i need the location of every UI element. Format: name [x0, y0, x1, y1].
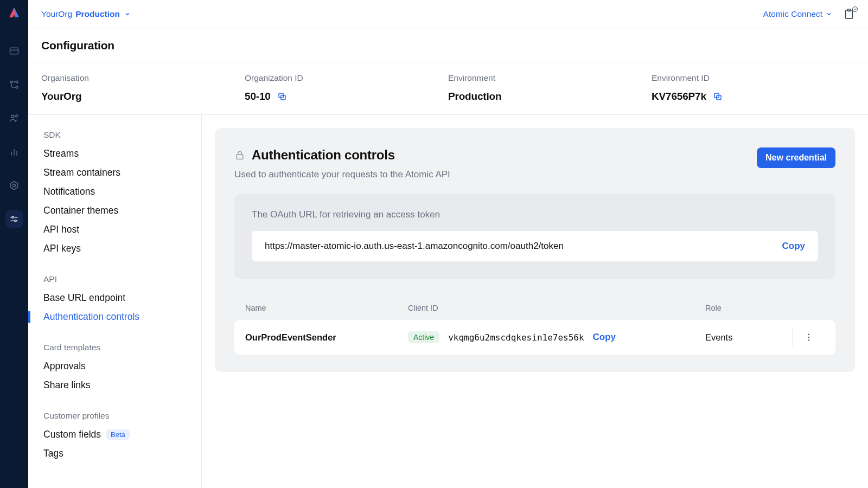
status-badge: Active — [408, 331, 439, 343]
nav-group-label: API — [43, 274, 193, 284]
sidenav-item-label: Tags — [43, 448, 63, 459]
sidenav-item-label: API host — [43, 224, 79, 235]
oauth-url-block: The OAuth URL for retrieving an access t… — [234, 194, 835, 279]
info-env-value: Production — [448, 91, 652, 102]
svg-point-26 — [808, 339, 809, 341]
sidenav-item[interactable]: Stream containers — [43, 163, 193, 182]
rail-cards-icon[interactable] — [5, 42, 23, 60]
sidenav-item-label: Approvals — [43, 361, 86, 372]
info-orgid-value: 50-10 — [245, 91, 271, 102]
credential-row: OurProdEventSenderActivevkqmg6u2mscdqkes… — [234, 320, 835, 355]
svg-point-25 — [808, 337, 809, 338]
breadcrumb-env: Production — [75, 9, 120, 19]
credentials-table: Name Client ID Role OurProdEventSenderAc… — [234, 300, 835, 355]
tasks-icon[interactable] — [843, 8, 855, 20]
svg-point-15 — [15, 220, 16, 222]
sidenav-item-label: Authentication controls — [43, 311, 139, 323]
svg-point-2 — [10, 81, 12, 83]
sidenav-item[interactable]: Custom fieldsBeta — [43, 425, 193, 444]
sidenav-item[interactable]: Notifications — [43, 182, 193, 201]
sidenav-item[interactable]: Streams — [43, 144, 193, 163]
sidenav-item[interactable]: Tags — [43, 444, 193, 463]
chevron-down-icon — [124, 11, 131, 17]
info-envid-label: Environment ID — [652, 73, 855, 83]
oauth-url: https://master-atomic-io.auth.us-east-1.… — [265, 241, 564, 252]
col-role: Role — [705, 304, 792, 312]
sidenav-item[interactable]: Share links — [43, 376, 193, 395]
svg-point-13 — [12, 216, 14, 218]
new-credential-button[interactable]: New credential — [757, 147, 835, 168]
sidenav-item[interactable]: Base URL endpoint — [43, 288, 193, 307]
svg-point-18 — [853, 7, 858, 11]
app-logo — [5, 4, 23, 22]
rail-config-icon[interactable] — [5, 210, 23, 228]
sidenav-item-label: Streams — [43, 148, 79, 159]
svg-point-24 — [808, 334, 809, 335]
info-org-label: Organisation — [41, 73, 245, 83]
copy-clientid-button[interactable]: Copy — [593, 332, 616, 343]
credential-role: Events — [705, 332, 792, 343]
rail-customers-icon[interactable] — [5, 110, 23, 127]
beta-badge: Beta — [106, 429, 130, 440]
sidenav-item-label: Container themes — [43, 205, 118, 216]
left-rail — [0, 0, 28, 488]
oauth-caption: The OAuth URL for retrieving an access t… — [252, 209, 818, 220]
nav-group-label: Card templates — [43, 343, 193, 352]
breadcrumb-org: YourOrg — [41, 9, 72, 19]
topbar: YourOrg Production Atomic Connect — [28, 0, 868, 28]
svg-point-6 — [16, 115, 18, 117]
sidenav-item-label: Base URL endpoint — [43, 292, 125, 304]
org-info-strip: Organisation YourOrg Organization ID 50-… — [28, 62, 868, 115]
sidenav-item-label: Share links — [43, 380, 91, 391]
nav-group-label: Customer profiles — [43, 411, 193, 421]
sidenav-item[interactable]: Authentication controls — [43, 307, 193, 326]
svg-point-4 — [16, 81, 18, 83]
auth-controls-panel: Authentication controls Used to authenti… — [215, 128, 855, 372]
client-id-value: vkqmg6u2mscdqkesin1e7es56k — [448, 332, 584, 343]
sidenav-item[interactable]: API host — [43, 220, 193, 239]
atomic-connect-label: Atomic Connect — [763, 9, 822, 19]
sidenav-item-label: API keys — [43, 243, 81, 254]
info-org-value: YourOrg — [41, 91, 245, 102]
atomic-connect-menu[interactable]: Atomic Connect — [763, 9, 832, 19]
sidenav-item-label: Stream containers — [43, 167, 120, 178]
sidenav-item-label: Custom fields — [43, 429, 101, 440]
svg-point-5 — [11, 115, 14, 118]
col-name: Name — [245, 304, 408, 312]
rail-settings-icon[interactable] — [5, 177, 23, 194]
credential-name: OurProdEventSender — [245, 332, 408, 343]
row-actions-button[interactable] — [792, 328, 825, 347]
info-envid-value: KV7656P7k — [652, 91, 706, 102]
copy-orgid-button[interactable] — [277, 92, 287, 101]
lock-icon — [234, 150, 245, 160]
col-clientid: Client ID — [408, 304, 705, 312]
panel-title: Authentication controls — [252, 147, 395, 163]
sidenav-item[interactable]: Container themes — [43, 201, 193, 220]
env-switcher[interactable]: YourOrg Production — [41, 9, 131, 19]
sidenav-item[interactable]: API keys — [43, 239, 193, 258]
copy-envid-button[interactable] — [713, 92, 723, 101]
page-title: Configuration — [41, 39, 855, 52]
info-orgid-label: Organization ID — [245, 73, 448, 83]
rail-flows-icon[interactable] — [5, 76, 23, 93]
svg-rect-0 — [10, 48, 18, 54]
svg-point-11 — [13, 184, 16, 187]
svg-rect-23 — [237, 155, 243, 159]
sidenav-item[interactable]: Approvals — [43, 357, 193, 376]
info-env-label: Environment — [448, 73, 652, 83]
config-sidenav: SDKStreamsStream containersNotifications… — [28, 115, 202, 488]
chevron-down-icon — [826, 11, 832, 17]
sidenav-item-label: Notifications — [43, 186, 95, 197]
rail-analytics-icon[interactable] — [5, 143, 23, 160]
copy-oauth-button[interactable]: Copy — [782, 241, 806, 252]
panel-subtitle: Used to authenticate your requests to th… — [234, 169, 450, 180]
credential-clientid-cell: Activevkqmg6u2mscdqkesin1e7es56kCopy — [408, 331, 705, 343]
svg-marker-10 — [10, 182, 17, 190]
nav-group-label: SDK — [43, 130, 193, 140]
svg-point-3 — [16, 86, 18, 88]
